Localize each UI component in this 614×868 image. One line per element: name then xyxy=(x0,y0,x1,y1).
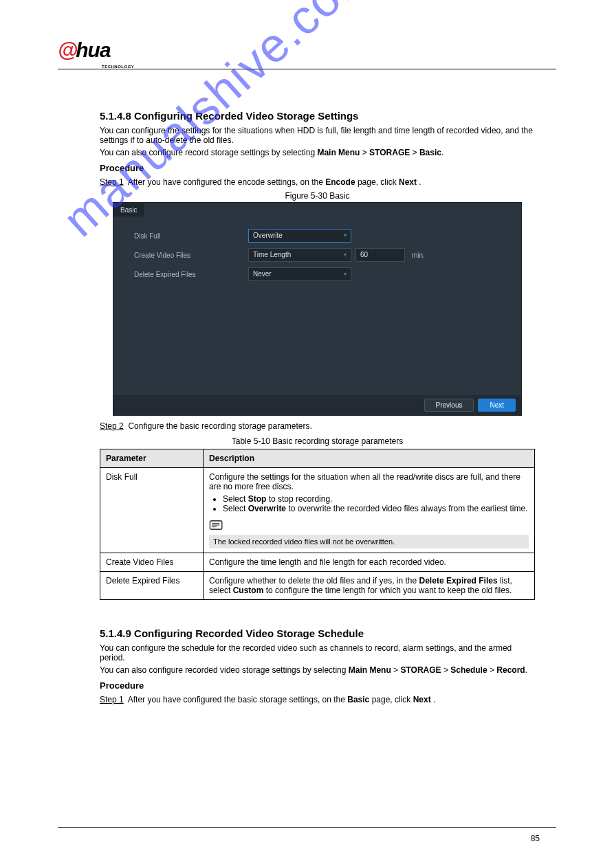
label-disk-full: Disk Full xyxy=(134,232,244,240)
th-parameter: Parameter xyxy=(100,449,204,468)
footer-divider xyxy=(58,827,556,828)
cell-param-create-video: Create Video Files xyxy=(100,553,204,572)
cell-param-disk-full: Disk Full xyxy=(100,468,204,553)
note-icon xyxy=(209,520,224,530)
logo-at: @ xyxy=(58,38,77,62)
cell-desc-delete-expired: Configure whether to delete the old file… xyxy=(204,572,535,600)
label-delete-expired: Delete Expired Files xyxy=(134,271,244,278)
screenshot-body: Disk Full Overwrite ▾ Create Video Files… xyxy=(113,216,521,395)
section2-intro-path: You can also configure recorded video st… xyxy=(100,665,535,675)
screenshot-footer: Previous Next xyxy=(113,395,521,415)
table-row: Delete Expired Files Configure whether t… xyxy=(100,572,535,600)
table-caption: Table 5-10 Basic recording storage param… xyxy=(100,436,535,446)
chevron-down-icon: ▾ xyxy=(344,268,347,280)
step-1-b-label: Step 1 xyxy=(100,695,124,704)
label-create-video: Create Video Files xyxy=(134,252,244,259)
figure-caption: Figure 5-30 Basic xyxy=(100,191,535,201)
section-heading-2: 5.1.4.9 Configuring Recorded Video Stora… xyxy=(100,627,535,639)
table-row: Disk Full Configure the settings for the… xyxy=(100,468,535,553)
chevron-down-icon: ▾ xyxy=(344,230,347,242)
previous-button[interactable]: Previous xyxy=(424,399,474,412)
section1-intro-path: You can also configure record storage se… xyxy=(100,148,535,157)
screenshot-tab[interactable]: Basic xyxy=(113,203,144,216)
select-disk-full[interactable]: Overwrite ▾ xyxy=(248,229,351,243)
cell-desc-create-video: Configure the time length and file lengt… xyxy=(204,553,535,572)
section2-intro: You can configure the schedule for the r… xyxy=(100,643,535,663)
chevron-down-icon: ▾ xyxy=(344,249,347,261)
th-description: Description xyxy=(204,449,535,468)
note-text: The locked recorded video files will not… xyxy=(209,535,529,548)
logo-text: hua xyxy=(76,38,110,62)
procedure-label-2: Procedure xyxy=(100,680,535,691)
step-2: Step 2 Configure the basic recording sto… xyxy=(100,421,535,431)
step-1: Step 1 After you have configured the enc… xyxy=(100,177,535,187)
step-1-label: Step 1 xyxy=(100,177,124,187)
list-item: Select Overwrite to overwrite the record… xyxy=(223,504,529,513)
step-1-b: Step 1 After you have configured the bas… xyxy=(100,695,535,704)
cell-desc-disk-full: Configure the settings for the situation… xyxy=(204,468,535,553)
table-row: Create Video Files Configure the time le… xyxy=(100,553,535,572)
list-item: Select Stop to stop recording. xyxy=(223,494,529,504)
next-button[interactable]: Next xyxy=(478,399,516,412)
page-number: 85 xyxy=(531,834,540,843)
select-create-video[interactable]: Time Length ▾ xyxy=(248,248,351,262)
section-heading-1: 5.1.4.8 Configuring Recorded Video Stora… xyxy=(100,110,535,122)
logo: @hua xyxy=(58,38,556,62)
page-content: 5.1.4.8 Configuring Recorded Video Stora… xyxy=(100,82,535,707)
procedure-label-1: Procedure xyxy=(100,163,535,173)
input-time-length[interactable]: 60 xyxy=(355,248,405,262)
unit-label: min. xyxy=(412,252,425,259)
step-2-label: Step 2 xyxy=(100,421,124,431)
header-divider xyxy=(58,69,556,69)
select-delete-expired[interactable]: Never ▾ xyxy=(248,267,351,281)
section1-intro: You can configure the settings for the s… xyxy=(100,126,535,145)
screenshot-basic: Basic Disk Full Overwrite ▾ Create Video… xyxy=(113,202,522,416)
parameters-table: Parameter Description Disk Full Configur… xyxy=(100,449,535,600)
table-header-row: Parameter Description xyxy=(100,449,535,468)
cell-param-delete-expired: Delete Expired Files xyxy=(100,572,204,600)
page-header: @hua TECHNOLOGY xyxy=(58,38,556,69)
